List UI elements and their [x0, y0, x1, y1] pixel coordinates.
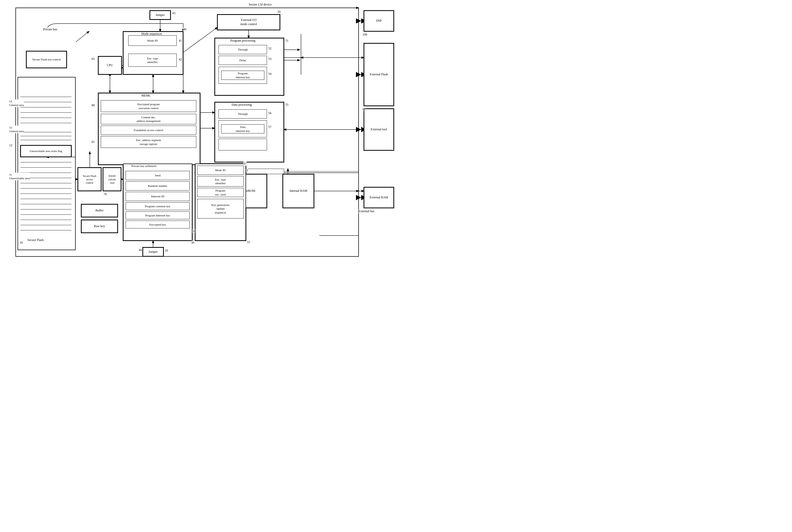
num40-label: 40: [183, 27, 186, 32]
diagram: 1 Secure LSI device Private bus DSP 100 …: [0, 0, 396, 266]
mode-id-top-box: Mode ID: [128, 35, 177, 46]
dsp-box: DSP: [364, 11, 394, 32]
external-ram-box: External RAM: [364, 187, 394, 208]
num100-label: 100: [362, 33, 367, 37]
content-dec-box: Content dec. address management: [101, 114, 196, 124]
private-bus-label: Private bus: [43, 27, 57, 32]
external-flash-box: External Flash: [364, 43, 394, 106]
num53-label: 53: [268, 57, 271, 61]
mode-id-bottom-box: Mode ID: [197, 166, 244, 175]
num52-label: 52: [268, 46, 271, 51]
enc-prog-exec-box: Encrypted program execution control: [101, 100, 196, 112]
num70-label: 70: [103, 192, 107, 196]
prog-inherent-key-box: Program inherent key: [221, 71, 264, 80]
encrypted-key-box: Encrypted key: [126, 221, 190, 228]
data-processing-title: Data processing: [232, 103, 252, 107]
num10-label: 10: [20, 241, 23, 245]
external-tool-box: External tool: [364, 109, 394, 150]
through-prog-box: Through: [219, 45, 267, 54]
num50-label: 50: [278, 10, 281, 14]
num65-label: 65: [92, 57, 95, 61]
enc-addr-seg-box: Enc. address segment storage register: [101, 136, 196, 148]
unrewritable-area-label: 11 Unrewritable area: [9, 173, 30, 180]
secure-lsi-title: Secure LSI device: [249, 3, 272, 6]
svg-rect-7: [18, 77, 75, 250]
secure-flash-test-box: Secure Flash test control: [26, 51, 67, 68]
num81-label: 81: [92, 140, 95, 144]
data-sub-box: [219, 139, 267, 150]
secure-flash-access-box: Secure Flash access control: [78, 168, 101, 191]
enc-type-id-top-box: Enc. type identifier: [128, 54, 177, 67]
num42-label: 42: [179, 58, 182, 61]
through-data-box: Through: [219, 109, 267, 118]
num56-label: 56: [268, 111, 271, 115]
num12-label: 12: [9, 144, 12, 147]
prog-enc-seed-box: Program enc. seed: [197, 188, 244, 197]
hash-calc-box: HASH calcula -tion: [103, 168, 121, 191]
num20-label: 20: [165, 249, 168, 252]
num80-label: 80: [92, 103, 95, 107]
num30-label: 30: [191, 241, 194, 245]
svg-line-108: [183, 27, 217, 52]
secure-flash-label: Secure Flash: [27, 238, 44, 242]
prog-processing-title: Program processing: [230, 39, 256, 43]
prog-common-key-box: Program common key: [126, 202, 190, 210]
fraudulent-box: Fraudulent access control: [101, 126, 196, 135]
key-gen-update-box: Key-generation /update sequencer: [197, 199, 244, 218]
num41-label: 41: [179, 39, 182, 43]
general-area-14-label: 14 General area: [9, 99, 24, 107]
num43-label: 43: [172, 11, 175, 15]
seed-box: Seed: [126, 171, 190, 180]
inherent-id-box: Inherent ID: [126, 192, 190, 201]
num55-label: 55: [285, 103, 288, 107]
cpu-box: CPU: [98, 56, 122, 75]
num33-label: 33: [247, 240, 250, 244]
num51-label: 51: [285, 39, 288, 43]
svg-line-79: [76, 32, 89, 42]
num31-label: 31: [243, 162, 247, 166]
external-io-box: External I/O mode control: [217, 14, 280, 30]
enc-type-id-bottom-box: Enc. type identifier: [197, 176, 244, 187]
jumper-top-box: Jumper: [150, 11, 171, 20]
data-inherent-key-box: Data inherent key: [221, 124, 264, 133]
num57-label: 57: [268, 125, 271, 129]
prog-inherent-key2-box: Program inherent key: [126, 211, 190, 219]
private-key-arith-title: Private key arithmetic: [131, 164, 157, 168]
num54-label: 54: [268, 72, 271, 76]
raw-key-box: Raw key: [81, 220, 118, 233]
jumper-bottom-box: Jumper: [143, 247, 164, 256]
delay-box: Delay: [219, 56, 267, 65]
random-number-box: Random number: [126, 181, 190, 190]
buffer-box: Buffer: [81, 204, 118, 217]
memc-title: MEMC: [142, 94, 151, 98]
external-bus-label: External bus: [359, 209, 374, 213]
unrewritable-write-flag-box: Unrewritable area write flag: [20, 145, 72, 157]
general-area-13-label: 13 General area: [9, 126, 24, 133]
internal-ram-box: Internal RAM: [283, 174, 314, 208]
num44-label: 44: [139, 248, 142, 252]
